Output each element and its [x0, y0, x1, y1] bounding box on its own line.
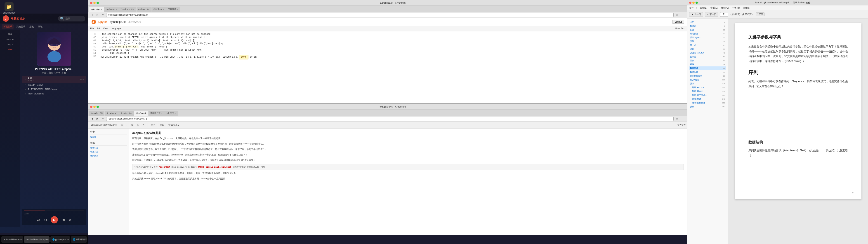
reload-button[interactable]: ↻ — [101, 13, 105, 17]
list-item[interactable]: 2 Free to Believe — [22, 83, 86, 87]
menu-view-pdf[interactable]: 查看(V) — [710, 6, 718, 9]
menu-bookmark-pdf[interactable]: 书签(B) — [732, 6, 740, 9]
nav-recommend[interactable]: 推荐 — [1, 32, 20, 37]
menu-file-pdf[interactable]: 文件(F) — [689, 6, 697, 9]
sidebar-item-articles[interactable]: 文章列表 — [90, 150, 127, 154]
toc-item[interactable]: 安装19 — [689, 39, 726, 43]
toc-item-data-structures[interactable]: 数据结构76 — [689, 66, 726, 70]
toc-item[interactable]: 第一步25 — [689, 43, 726, 47]
maximize-button[interactable] — [96, 2, 99, 4]
menu-edit-pdf[interactable]: 编辑(E) — [700, 6, 707, 9]
search-input[interactable] — [65, 17, 84, 20]
toc-item[interactable]: 附录: 本书来与...140 — [689, 93, 726, 97]
sidebar-item-essays[interactable]: 随笔列表 — [90, 146, 127, 150]
address-bar-2[interactable]: https://cnblogs.com/post/PostPagent=1 — [106, 117, 674, 121]
play-button[interactable]: ▶ — [51, 216, 58, 223]
nav-mymusic[interactable]: 我的音乐 — [15, 24, 27, 29]
taskbar-terminal[interactable]: 🖥 [katachi@katachi-Inspi... — [1, 236, 23, 243]
menu-goto-pdf[interactable]: 转到(G) — [721, 6, 729, 9]
menu-plugin-pdf[interactable]: 插件(6) — [743, 6, 750, 9]
nav-shop[interactable]: 商城 — [37, 24, 44, 29]
italic-button[interactable]: I — [125, 123, 129, 127]
toc-item[interactable]: 译者前言12 — [689, 32, 726, 36]
tab-pycharm[interactable]: pycharm-t × — [104, 7, 119, 12]
tab-vimquan[interactable]: VimQuan① — [134, 111, 148, 116]
toc-item[interactable]: 附录: 如何翻译151 — [689, 101, 726, 105]
toc-item[interactable]: 关于 Python13 — [689, 36, 726, 39]
nav-final[interactable]: Final — [1, 48, 20, 52]
menu-button-2[interactable]: ⋮ — [680, 117, 686, 121]
back-button[interactable]: ◀ — [90, 13, 94, 17]
toc-item[interactable]: 运算符与表达式40 — [689, 51, 726, 55]
music-search-box[interactable]: 🔍 — [58, 16, 85, 22]
sidebar-item-messages[interactable]: 我的留言 — [90, 154, 127, 158]
nav-discover[interactable]: 发现音乐 — [2, 24, 13, 29]
logout-button[interactable]: Logout — [672, 20, 684, 24]
taskbar-browser1[interactable]: 🌐 pythontips × - Chro... — [51, 236, 70, 243]
minimize-button[interactable] — [93, 2, 96, 4]
toc-item[interactable]: 反馈152 — [689, 105, 726, 109]
pdf-minimize-button[interactable] — [692, 2, 694, 4]
tab-chem[interactable]: ①②Chem × — [151, 7, 166, 12]
menu-plaintext[interactable]: Plain Text — [675, 27, 685, 30]
insert-button[interactable]: 插入 — [150, 123, 157, 127]
pdf-close-button[interactable] — [689, 2, 691, 4]
address-bar[interactable]: localhost:8888/edit/python/pythontips.tx… — [106, 13, 674, 17]
toc-item[interactable]: 模块68 — [689, 63, 726, 66]
list-item[interactable]: 4 Truth Vibrations — [22, 92, 86, 96]
tab-ampells[interactable]: Ampells of © — [89, 111, 104, 116]
strikethrough-button[interactable]: S — [135, 123, 140, 127]
bookmark-button-2[interactable]: ☆ — [675, 117, 680, 121]
maximize-button-2[interactable] — [96, 106, 99, 108]
menu-button[interactable]: ⋮ — [680, 13, 686, 17]
shuffle-button[interactable]: ⇄ — [37, 218, 40, 222]
toc-item[interactable]: 函数58 — [689, 59, 726, 63]
toc-item[interactable]: 面向对象编程99 — [689, 74, 726, 78]
code-editor[interactable]: 45 the content can be changed but the so… — [88, 31, 687, 103]
taskbar-browser2[interactable]: 🌐 博客园日管理... — [71, 236, 87, 243]
list-item[interactable]: 3 PLAYING WITH FIRE (Japan — [22, 87, 86, 92]
underline-button[interactable]: U — [130, 123, 134, 127]
menu-language[interactable]: Language — [111, 27, 121, 30]
minimize-button-2[interactable] — [93, 106, 96, 108]
toc-item[interactable]: 附录: FLOSS136 — [689, 86, 726, 89]
next-button[interactable]: ⏭ — [61, 218, 65, 222]
reload-button-2[interactable]: ↻ — [101, 117, 105, 121]
tab-pythontips[interactable]: pythontips × — [89, 7, 104, 12]
tab-dali[interactable]: dali 7559 × — [164, 111, 178, 116]
toc-item[interactable]: 解决词9 — [689, 24, 726, 28]
tab-pyj[interactable]: pycharm:J × — [136, 7, 151, 12]
zoom-selector[interactable]: 125% — [756, 12, 765, 16]
close-button-2[interactable] — [90, 106, 92, 108]
sidebar-item-category[interactable]: 编程控 — [90, 135, 127, 139]
toc-item[interactable]: 异常125 — [689, 82, 726, 86]
repeat-button[interactable]: ↺ — [69, 218, 72, 222]
prev-page-button[interactable]: ◀ 上一页 — [689, 12, 703, 17]
nav-vj[interactable]: VJ:ALK- — [1, 37, 20, 41]
page-number-input[interactable] — [720, 12, 728, 17]
nav-witpx[interactable]: witp x — [1, 42, 20, 47]
next-page-button[interactable]: ▼ 下一页 — [705, 12, 719, 17]
toc-item[interactable]: 解决问题88 — [689, 70, 726, 74]
color-button[interactable]: A — [141, 123, 146, 127]
bookmark-button[interactable]: ☆ — [675, 13, 680, 17]
menu-edit[interactable]: Edit — [96, 27, 100, 30]
back-button-2[interactable]: ◀ — [90, 117, 94, 121]
toc-item[interactable]: 输入/输出116 — [689, 78, 726, 82]
forward-button[interactable]: ▶ — [95, 13, 100, 17]
menu-file[interactable]: File — [90, 27, 94, 30]
tab-python4[interactable]: ④ python✓ — [105, 111, 119, 116]
bold-button[interactable]: B — [120, 123, 124, 127]
toc-item[interactable]: 附录: 版本史138 — [689, 89, 726, 93]
list-item[interactable]: ♪ Bios 小冬ノ 02:37 — [22, 76, 86, 83]
toc-item[interactable]: 附录: 翻译143 — [689, 97, 726, 101]
progress-bar[interactable] — [24, 211, 84, 211]
forward-button-2[interactable]: ▶ — [95, 117, 100, 121]
pdf-maximize-button[interactable] — [695, 2, 698, 4]
taskbar-terminal2[interactable]: katachi@katachi-Inspiron-7559-... — [24, 236, 50, 243]
tab-blog[interactable]: 博客园日管 × — [149, 111, 164, 116]
tab-thankyou[interactable]: Thank You: P × — [119, 7, 136, 12]
tab-pythontips3[interactable]: ③ pythontips — [119, 111, 134, 116]
toc-item[interactable]: 前言11 — [689, 28, 726, 32]
menu-view[interactable]: View — [103, 27, 108, 30]
